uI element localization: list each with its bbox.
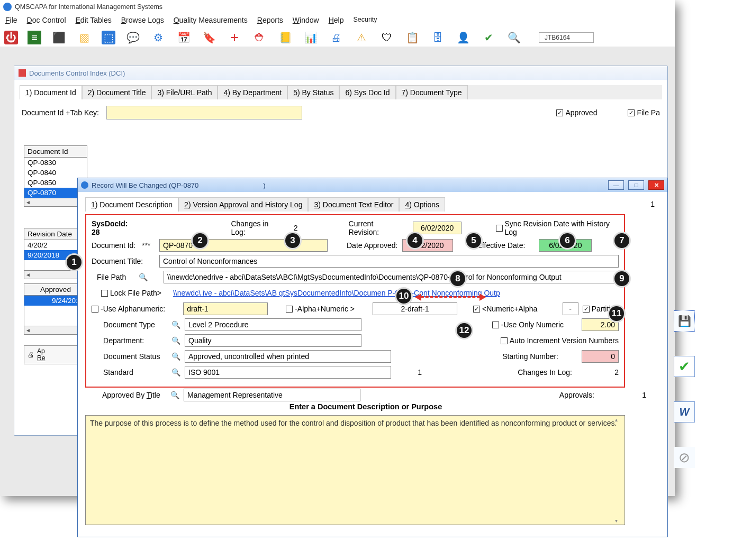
tb-shield-icon[interactable]: 🛡 (379, 30, 395, 45)
tb-warn-icon[interactable]: ⚠ (354, 30, 369, 45)
dci-tab-5[interactable]: 6) Sys Doc Id (339, 85, 395, 99)
dci-tab-2[interactable]: 3) File/URL Path (151, 85, 218, 99)
current-rev-field[interactable]: 6/02/2020 (413, 222, 462, 234)
menu-edit-tables[interactable]: Edit Tables (76, 16, 112, 24)
tb-doc-icon[interactable]: ≡ (28, 31, 41, 44)
doc-description-panel: SysDocId: 28 Changes in Log: 2 Current R… (85, 214, 625, 388)
use-numeric-check[interactable]: -Use Only Numeric (492, 320, 564, 329)
tb-bookmark-icon[interactable]: 🔖 (201, 30, 217, 45)
tb-printer-icon[interactable]: 🖨 (328, 30, 344, 45)
approved-by-field[interactable]: Management Representative (184, 389, 360, 401)
lock-filepath-check[interactable]: Lock File Path> (101, 289, 161, 297)
menubar: File Doc Control Edit Tables Browse Logs… (0, 14, 675, 27)
doc-id-label: Document Id: *** (92, 241, 155, 250)
starting-number-field[interactable]: 0 (582, 350, 619, 363)
approvals-value: 1 (599, 391, 646, 399)
alpha-numeric-check[interactable]: -Alpha+Numeric > (286, 305, 355, 313)
file-path-field[interactable]: \\newdc\onedrive - abci\DataSets\ABCI\Mg… (164, 271, 619, 283)
close-button[interactable]: ✕ (648, 180, 664, 190)
tb-calendar-icon[interactable]: 📅 (176, 30, 192, 45)
doclist-row[interactable]: QP-0830 (24, 158, 87, 168)
magnify-icon[interactable]: 🔍 (170, 390, 179, 400)
standard-field[interactable]: ISO 9001 (185, 366, 391, 379)
combined-field[interactable]: 2-draft-1 (373, 302, 457, 315)
edit-tabs: 1) Document Description 2) Version Appro… (85, 197, 661, 212)
approvals-label: Approvals: (559, 391, 594, 399)
tb-gear-icon[interactable]: ⚙ (150, 30, 166, 45)
tb-dbadd-icon[interactable]: 🗄 (430, 30, 446, 45)
callout-10: 10 (395, 287, 413, 305)
changes-value: 2 (292, 224, 299, 232)
description-textarea[interactable]: The purpose of this process is to define… (85, 415, 625, 525)
standard-label: Standard (103, 368, 167, 377)
edit-titlebar[interactable]: Record Will Be Changed (QP-0870 ) — □ ✕ (78, 178, 667, 192)
maximize-button[interactable]: □ (628, 180, 644, 190)
callout-2: 2 (191, 232, 209, 250)
word-button[interactable]: W (674, 401, 695, 423)
menu-security[interactable]: Security (353, 16, 377, 24)
filter-label: Document Id +Tab Key: (22, 108, 99, 117)
tb-folder-icon[interactable]: ▧ (76, 30, 92, 45)
doc-status-field[interactable]: Approved, uncontrolled when printed (185, 350, 391, 363)
numeric-alpha-check[interactable]: <Numeric+Alpha (473, 305, 537, 313)
dci-tab-1[interactable]: 2) Document Title (82, 85, 152, 99)
menu-doc-control[interactable]: Doc Control (27, 16, 66, 24)
doclist-header[interactable]: Document Id (24, 145, 87, 158)
callout-5: 5 (465, 232, 483, 250)
tb-check-icon[interactable]: ✔ (481, 30, 496, 45)
auto-increment-check[interactable]: Auto Increment Version Numbers (501, 336, 619, 345)
dci-tab-0[interactable]: 1) Document Id (20, 85, 82, 99)
dci-tab-6[interactable]: 7) Document Type (396, 85, 468, 99)
tb-pdf-icon[interactable]: ⬛ (51, 30, 67, 45)
menu-help[interactable]: Help (329, 16, 344, 24)
menu-browse-logs[interactable]: Browse Logs (121, 16, 164, 24)
tb-chat-icon[interactable]: 💬 (125, 30, 141, 45)
tb-power-icon[interactable]: ⏻ (4, 31, 18, 44)
magnify-icon[interactable]: 🔍 (171, 368, 180, 377)
dci-tab-3[interactable]: 4) By Department (218, 85, 287, 99)
tb-list-icon[interactable]: 📋 (404, 30, 420, 45)
description-scrollbar[interactable]: ▴▾ (615, 417, 623, 524)
cancel-button[interactable]: ⊘ (674, 447, 695, 468)
magnify-icon[interactable]: 🔍 (171, 352, 180, 361)
filter-input[interactable] (106, 106, 302, 120)
tb-notes-icon[interactable]: 📒 (277, 30, 293, 45)
menu-window[interactable]: Window (293, 16, 319, 24)
edit-tab-3[interactable]: 4) Options (399, 197, 445, 212)
doc-title-field[interactable]: Control of Nonconformances (159, 255, 619, 268)
tb-badge-icon[interactable]: 👤 (455, 30, 471, 45)
draft-field[interactable]: draft-1 (183, 302, 268, 315)
edit-tab-1[interactable]: 2) Version Approval and History Log (178, 197, 308, 212)
edit-tab-2[interactable]: 3) Document Text Editor (308, 197, 399, 212)
tb-plus-icon[interactable]: + (227, 30, 242, 45)
magnify-icon[interactable]: 🔍 (171, 320, 180, 329)
dci-tab-4[interactable]: 5) By Status (287, 85, 339, 99)
magnify-icon[interactable]: 🔍 (171, 336, 180, 345)
filepath-check[interactable]: File Pa (628, 108, 660, 117)
doc-title-label: Document Title: (92, 257, 155, 265)
menu-file[interactable]: File (5, 16, 17, 24)
doc-type-field[interactable]: Level 2 Procedure (185, 318, 361, 331)
separator-field[interactable]: - (563, 302, 578, 315)
tb-chart-icon[interactable]: 📊 (303, 30, 319, 45)
callout-4: 4 (406, 232, 424, 250)
menu-reports[interactable]: Reports (257, 16, 283, 24)
doc-id-field[interactable]: QP-0870 (159, 239, 328, 252)
tb-lifering-icon[interactable]: ⛑ (252, 30, 268, 45)
doclist-row[interactable]: QP-0840 (24, 168, 87, 178)
magnify-icon[interactable]: 🔍 (138, 272, 148, 282)
use-alphanumeric-check[interactable]: -Use Alphanumeric: (92, 305, 165, 313)
edit-tab-0[interactable]: 1) Document Description (85, 197, 178, 212)
save-button[interactable]: 💾 (674, 310, 695, 332)
sync-revision-check[interactable]: Sync Revision Date with History Log (496, 219, 619, 236)
tb-dash-icon[interactable]: ⬚ (102, 31, 115, 44)
doc-type-label: Document Type (103, 320, 167, 329)
tb-zoom-icon[interactable]: 🔍 (506, 30, 522, 45)
minimize-button[interactable]: — (608, 180, 624, 190)
ok-button[interactable]: ✔ (674, 356, 695, 377)
approved-check[interactable]: Approved (556, 108, 597, 117)
department-field[interactable]: Quality (185, 334, 361, 347)
menu-quality[interactable]: Quality Measurements (174, 16, 248, 24)
dci-tabs: 1) Document Id 2) Document Title 3) File… (20, 85, 662, 99)
user-box[interactable]: JTB6164 (539, 32, 594, 43)
